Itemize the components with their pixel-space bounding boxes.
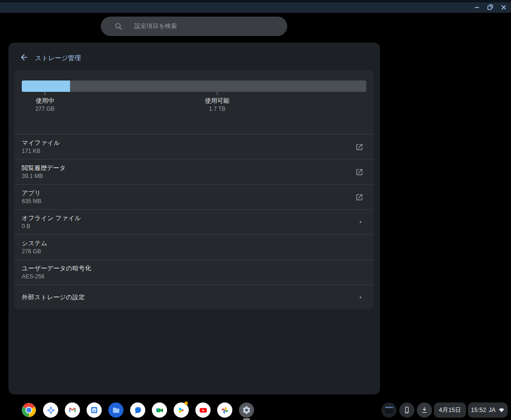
open-in-new-icon <box>355 168 363 176</box>
calendar-icon: 31 <box>90 406 98 414</box>
row-label: オフライン ファイル <box>22 214 81 222</box>
row-label: マイファイル <box>22 139 60 147</box>
close-icon <box>501 4 507 10</box>
date-label: 4月15日 <box>439 406 461 414</box>
settings-gear-icon <box>242 405 251 415</box>
used-tick <box>44 92 45 95</box>
shelf-app-files[interactable] <box>108 402 123 418</box>
files-folder-icon <box>112 406 121 415</box>
download-icon <box>420 406 429 414</box>
close-button[interactable] <box>499 2 508 12</box>
storage-card: 使用中 277 GB 使用可能 1.7 TB マイファイル 171 KB 閲覧履… <box>14 70 374 309</box>
shelf-app-youtube[interactable] <box>195 402 211 418</box>
assistant-star-icon <box>46 406 55 415</box>
meet-icon <box>155 406 164 415</box>
row-value: 635 MB <box>22 198 41 205</box>
restore-icon <box>487 4 493 10</box>
youtube-icon <box>199 406 208 415</box>
row-value: AES-256 <box>22 273 91 280</box>
used-legend: 使用中 277 GB <box>35 97 55 113</box>
page-title: ストレージ管理 <box>35 54 81 63</box>
active-app-indicator <box>243 419 250 420</box>
photos-icon <box>220 406 229 415</box>
shelf-app-chrome[interactable] <box>21 402 36 418</box>
wifi-icon <box>498 407 505 413</box>
play-store-icon <box>177 406 185 414</box>
row-system: システム 276 GB <box>14 234 374 259</box>
gmail-icon <box>68 406 77 414</box>
used-label: 使用中 <box>35 97 55 105</box>
window-thumbnail <box>385 407 393 413</box>
shelf-app-assistant[interactable] <box>43 402 58 418</box>
settings-search-input[interactable]: 設定項目を検索 <box>101 17 287 36</box>
shelf-app-messages[interactable] <box>130 402 145 418</box>
shelf-app-settings[interactable] <box>239 402 254 418</box>
back-arrow-icon <box>19 53 29 62</box>
row-my-files[interactable]: マイファイル 171 KB <box>14 134 374 159</box>
available-label: 使用可能 <box>205 97 229 105</box>
chevron-right-icon <box>358 219 363 225</box>
row-value: 171 KB <box>22 148 60 155</box>
messages-icon <box>133 406 142 415</box>
row-label: ユーザーデータの暗号化 <box>22 265 91 272</box>
open-in-new-icon <box>355 193 363 201</box>
row-label: 閲覧履歴データ <box>22 164 66 172</box>
play-store-notification-dot <box>185 402 188 405</box>
storage-usage-bar <box>22 80 366 92</box>
shelf-app-meet[interactable] <box>152 402 167 418</box>
row-label: 外部ストレージの設定 <box>22 294 85 301</box>
system-tray-button[interactable]: 15:52 JA <box>468 402 508 418</box>
row-external-storage[interactable]: 外部ストレージの設定 <box>14 285 374 309</box>
restore-button[interactable] <box>485 2 495 12</box>
search-icon <box>114 22 123 31</box>
row-apps[interactable]: アプリ 635 MB <box>14 184 374 209</box>
input-method-label: JA <box>489 407 496 413</box>
row-offline-files[interactable]: オフライン ファイル 0 B <box>14 209 374 234</box>
used-value: 277 GB <box>35 105 55 113</box>
screen-capture-preview[interactable] <box>381 402 396 418</box>
time-label: 15:52 <box>471 407 486 413</box>
row-user-data-encryption: ユーザーデータの暗号化 AES-256 <box>14 259 374 285</box>
available-legend: 使用可能 1.7 TB <box>205 97 229 113</box>
window-title-bar <box>0 0 511 13</box>
downloads-tote-button[interactable] <box>417 402 432 418</box>
row-label: システム <box>22 240 47 247</box>
phone-hub-button[interactable] <box>399 402 414 418</box>
search-placeholder: 設定項目を検索 <box>134 22 177 30</box>
row-label: アプリ <box>22 189 41 197</box>
date-button[interactable]: 4月15日 <box>434 402 466 418</box>
shelf-app-calendar[interactable]: 31 <box>87 402 102 418</box>
minimize-button[interactable] <box>472 2 482 12</box>
row-value: 39.1 MB <box>22 173 66 180</box>
back-button[interactable] <box>19 53 29 62</box>
row-browsing-data[interactable]: 閲覧履歴データ 39.1 MB <box>14 159 374 184</box>
calendar-day-number: 31 <box>93 409 96 412</box>
window-controls <box>472 2 508 12</box>
shelf-app-photos[interactable] <box>217 402 232 418</box>
shelf-app-gmail[interactable] <box>65 402 80 418</box>
chrome-icon <box>21 402 36 418</box>
storage-used-segment <box>22 80 70 92</box>
phone-icon <box>403 406 411 414</box>
open-in-new-icon <box>355 143 363 151</box>
available-tick <box>217 92 218 95</box>
row-value: 0 B <box>22 223 81 230</box>
available-value: 1.7 TB <box>205 105 229 113</box>
row-value: 276 GB <box>22 248 47 255</box>
chevron-right-icon <box>358 295 363 300</box>
minimize-icon <box>474 4 480 10</box>
